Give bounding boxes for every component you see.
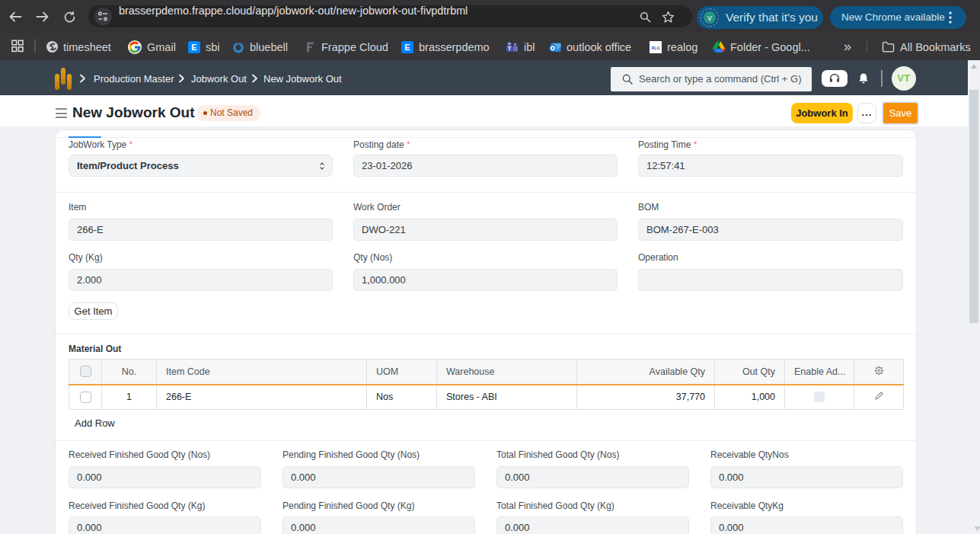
svg-text:E: E [404, 43, 410, 52]
svg-text:T: T [508, 45, 512, 52]
svg-text:E: E [191, 43, 196, 52]
svg-text:RLG: RLG [652, 45, 660, 50]
